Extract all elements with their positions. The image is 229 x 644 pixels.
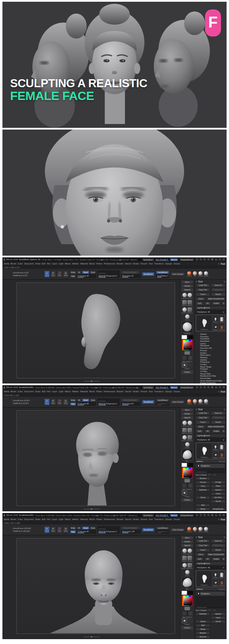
clone-button[interactable]: Clone <box>196 297 206 301</box>
menu[interactable]: Tool <box>149 390 153 393</box>
menu[interactable]: Draw <box>35 263 40 265</box>
menu[interactable]: Color <box>18 518 23 520</box>
subtool-mini-icon[interactable] <box>219 588 221 590</box>
menu[interactable]: Transform <box>154 263 164 265</box>
tool-button[interactable]: Copy Tool <box>196 544 210 547</box>
z-intensity-slider[interactable]: Z Intensity 59 <box>77 402 96 406</box>
titlebar-icon[interactable]: ↺ <box>203 513 206 517</box>
maskrect-brush-icon[interactable] <box>188 563 192 568</box>
subtool-button[interactable]: Append <box>211 612 226 616</box>
ghost-icon[interactable]: ✐ <box>188 363 192 368</box>
draw-mode-button[interactable]: ✛Draw <box>44 271 50 278</box>
tool-section[interactable]: ArrayMesh <box>196 338 226 340</box>
titlebar-icon[interactable]: ✎ <box>207 513 210 517</box>
menu[interactable]: Render <box>117 518 124 520</box>
tool-section[interactable]: Vector Displacement Map <box>196 380 226 382</box>
lazymouse-button[interactable]: LazyMouse <box>156 526 169 530</box>
lightbox-tools-bar[interactable]: Lightbox▶Tools <box>196 434 226 437</box>
select-brush-pair[interactable] <box>182 428 192 432</box>
mrgb-button[interactable]: Mrgb <box>70 271 76 274</box>
mrgb-button[interactable]: Mrgb <box>70 398 76 402</box>
subtool-button[interactable]: Delete <box>196 620 210 624</box>
subtool-item[interactable]: PolySphere <box>196 592 225 596</box>
subtool-button[interactable]: Remesh <box>196 635 210 639</box>
menu[interactable]: Stroke <box>133 518 139 520</box>
clip-brush-pair[interactable] <box>182 548 192 553</box>
clipcurve-brush-icon[interactable] <box>188 548 192 553</box>
shelf-button[interactable]: Double <box>181 540 194 544</box>
move-mode-button[interactable]: ⇱Move <box>50 398 56 405</box>
alpha-off-icon[interactable] <box>182 611 187 616</box>
menu[interactable]: Draw <box>35 518 40 520</box>
texture-swatch[interactable] <box>181 335 187 339</box>
menu[interactable]: Transform <box>154 518 164 520</box>
color-picker[interactable] <box>182 340 192 350</box>
tool-button[interactable]: Paste Tool <box>211 544 226 547</box>
dragrect-stroke-icon[interactable]: ▣ <box>182 618 187 623</box>
subtool-button[interactable]: Del Other <box>211 496 226 499</box>
selectrect-brush-icon[interactable] <box>188 556 192 560</box>
scale-mode-button[interactable]: ⤢Scale <box>57 398 62 405</box>
tool-thumb-polymesh3d[interactable]: ✦PolyMes <box>213 451 218 459</box>
titlebar-icon[interactable]: ▤ <box>211 513 214 517</box>
subtool-list[interactable]: PolySphere <box>196 463 226 470</box>
tool-section[interactable]: Displacement Map <box>196 375 226 377</box>
tool-section[interactable]: Geometry HD <box>196 347 226 349</box>
subtool-mini-icon[interactable] <box>219 461 221 462</box>
menu[interactable]: Light <box>59 518 63 520</box>
subtool-mini-icon[interactable] <box>221 588 223 590</box>
auto-collapse-label[interactable]: Auto Collapse <box>196 609 207 611</box>
see-through-slider[interactable]: See-through 0 <box>155 386 169 389</box>
tool-button[interactable]: Import <box>196 548 210 552</box>
menu[interactable]: Alpha <box>4 518 9 520</box>
mask-by-polygroups-slider[interactable]: Mask By Polygroups 0 <box>97 274 120 278</box>
menu[interactable]: Marker <box>72 263 79 265</box>
see-through-slider[interactable]: See-through 0 <box>155 514 169 517</box>
tool-button[interactable]: Import <box>196 420 210 424</box>
mask-brush-pair[interactable] <box>182 307 192 312</box>
maskrect-brush-icon[interactable] <box>188 307 192 312</box>
menu[interactable]: Brush <box>11 390 16 393</box>
material-matcap[interactable]: MatCap <box>198 399 203 405</box>
titlebar-icon[interactable]: ▢ <box>218 386 222 389</box>
move-mode-button[interactable]: ⇱Move <box>50 271 56 278</box>
tool-button[interactable]: Save As <box>211 411 226 415</box>
selectlasso-brush-icon[interactable] <box>182 300 187 305</box>
subtool-button[interactable]: Del All <box>211 500 226 503</box>
collapse-arrow-button[interactable] <box>207 473 212 476</box>
mask-brush-pair[interactable] <box>182 435 192 440</box>
subtool-mini-icon[interactable] <box>223 588 225 590</box>
tool-section[interactable]: Layers <box>196 342 226 345</box>
menu[interactable]: Layer <box>52 518 57 520</box>
menu[interactable]: Transform <box>154 390 164 393</box>
subtool-button[interactable]: Rename <box>196 477 210 480</box>
default-zscript-button[interactable]: DefaultZScript <box>179 258 194 261</box>
select-brush-pair[interactable] <box>182 556 192 560</box>
menu[interactable]: Edit <box>42 518 45 520</box>
subtool-item[interactable]: PolySphere <box>196 464 225 468</box>
tool-thumb-cylinder[interactable]: Cylinde <box>219 315 224 323</box>
palette-menu-icon[interactable]: ↻ <box>224 280 226 283</box>
tool-button[interactable]: Export <box>211 548 226 552</box>
subtool-button[interactable]: Insert <box>211 616 226 620</box>
menu[interactable]: Texture <box>141 518 148 520</box>
ghost-icon[interactable]: ✐ <box>188 490 192 495</box>
resolution-slider[interactable]: Resolution 128 <box>121 530 141 534</box>
tool-section[interactable]: Contact <box>196 363 226 366</box>
quicksave-button[interactable]: QuickSave <box>142 514 154 517</box>
titlebar-icon[interactable]: ✕ <box>222 513 226 517</box>
goz-button[interactable]: Visible <box>212 557 221 561</box>
z-intensity-slider[interactable]: Z Intensity 59 <box>77 530 96 534</box>
menu[interactable]: Zplugin <box>165 263 172 265</box>
tool-thumb-simplebrush[interactable]: SSimpleB <box>219 323 224 331</box>
m-button[interactable]: M <box>77 271 81 274</box>
autogroups-button[interactable]: Auto Groups <box>171 528 185 532</box>
tool-button[interactable]: Save As <box>211 539 226 543</box>
delete-button[interactable]: Delete <box>181 498 194 502</box>
move-mode-button[interactable]: ⇱Move <box>50 526 56 533</box>
texture-swatch[interactable] <box>181 463 187 467</box>
texture-swatch[interactable] <box>181 591 187 595</box>
subtool-button[interactable]: MergeSimilar <box>211 507 226 511</box>
canvas-grip[interactable] <box>84 509 100 510</box>
tool-button[interactable]: Export <box>211 420 226 424</box>
